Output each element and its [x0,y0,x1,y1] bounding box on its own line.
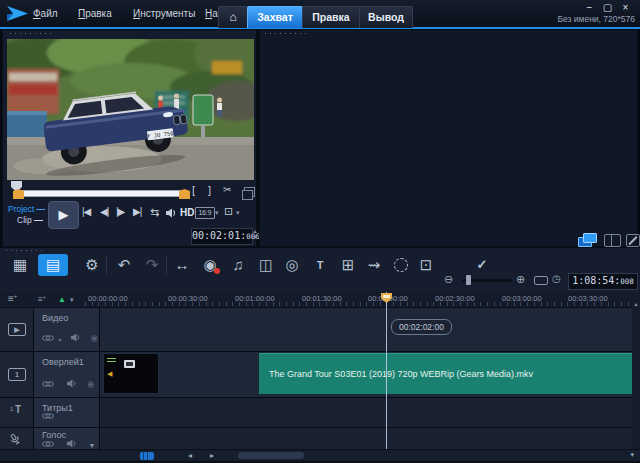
timeline-clip[interactable]: The Grand Tour S03E01 (2019) 720p WEBRip… [259,353,632,394]
play-button[interactable]: ▶ [48,201,79,229]
timeline-ruler[interactable]: 00:00:00:00 00:00:30:00 00:01:00:00 00:0… [85,292,632,308]
aspect-ratio-button[interactable]: 16:9 [195,207,215,219]
next-frame-button[interactable]: ▶| [133,206,141,217]
mark-in-button[interactable]: [ [192,184,195,196]
scroll-left-icon[interactable]: ◂ [188,451,192,460]
track-transparency-icon[interactable]: ※ [90,334,98,344]
player-timecode[interactable]: 00:02:01:006 [191,228,253,245]
previous-frame-button[interactable]: |◀ [82,206,90,217]
video-track-header[interactable]: Видео ▾ ※ [34,308,99,351]
close-button[interactable]: × [618,2,633,14]
customize-motion-icon[interactable] [394,258,408,272]
link-caret-icon[interactable]: ▾ [58,337,61,343]
tools-icon[interactable]: ⚙ [80,254,104,276]
edit-media-icon[interactable] [626,234,640,247]
record-capture-icon[interactable]: ◉ [198,254,222,276]
panel-drag-handle[interactable] [263,32,307,35]
hscroll-thumb[interactable] [238,452,304,459]
fit-timeline-icon[interactable] [534,276,548,285]
scroll-down-icon[interactable]: ▾ [630,451,634,459]
multicam-editor-icon[interactable]: ◫ [254,254,278,276]
audio-scrub-toggle-icon[interactable] [140,452,154,460]
zoom-out-icon[interactable]: ⊖ [444,273,453,286]
voice-track-button[interactable] [0,428,33,449]
volume-icon[interactable] [165,208,177,218]
mute-track-icon[interactable] [66,439,77,448]
video-track-content[interactable] [100,308,632,351]
preview-scrub-bar[interactable] [19,190,185,197]
undo-icon[interactable]: ↶ [112,254,136,276]
minimize-button[interactable]: − [582,2,597,14]
timeline-horizontal-scrollbar[interactable]: ◂ ▸ ▾ [0,449,640,461]
track-transparency-icon[interactable]: ※ [87,380,95,390]
ripple-edit-icon[interactable]: ✓ [470,254,494,276]
mute-track-icon[interactable] [70,333,81,342]
blend-overlay-icon[interactable]: ◎ [280,254,304,276]
clip-mode-label[interactable]: Clip [17,215,43,225]
timeline-view-icon[interactable]: ▤ [38,254,68,276]
mark-out-button[interactable]: ] [208,184,211,196]
overlay-track-content[interactable]: ◀ The Grand Tour S03E01 (2019) 720p WEBR… [100,352,632,397]
repeat-button[interactable]: ⇆ [150,206,159,219]
title-track-header[interactable]: Титры1 [34,398,99,427]
preview-panel: F JU 750 [ ] ✂ Project Clip ▶ |◀ ◀| |▶ ▶… [2,29,257,247]
grid-view-icon[interactable] [604,234,621,247]
timeline-playhead-line[interactable] [386,292,387,449]
project-mode-label[interactable]: Project [8,204,45,214]
tab-home[interactable]: ⌂ [218,6,248,28]
timeline-vertical-scrollbar[interactable]: ▴ [632,292,640,449]
zoom-slider-thumb[interactable] [466,275,471,285]
redo-icon[interactable]: ↷ [140,254,164,276]
menu-edit[interactable]: Правка [78,8,112,19]
duration-clock-icon[interactable]: ◷ [552,273,561,284]
clip-thumbnail[interactable]: ◀ [103,353,159,394]
motion-tracking-icon[interactable]: ⇝ [362,254,386,276]
panel-drag-handle[interactable] [8,32,52,35]
trim-start-handle[interactable] [13,189,24,199]
tab-edit-label: Правка [312,11,349,23]
link-icon[interactable] [42,334,54,342]
resize-caret-icon[interactable]: ▾ [236,209,240,217]
subtitle-editor-icon[interactable]: T [308,254,332,276]
enlarge-preview-button[interactable] [244,187,255,197]
title-track-button[interactable]: 1 T [0,398,33,427]
hd-toggle-button[interactable]: HD [180,207,194,218]
aspect-caret-icon[interactable]: ▾ [215,209,219,217]
tab-output[interactable]: Вывод [359,6,413,28]
step-forward-button[interactable]: |▶ [116,206,124,217]
add-track-icon[interactable]: ≡+ [38,294,46,304]
overlay-track-button[interactable]: 1 [0,352,33,397]
zoom-in-icon[interactable]: ⊕ [516,273,525,286]
split-screen-template-icon[interactable]: ⊞ [336,254,360,276]
resize-button[interactable]: ⊡ [224,205,233,218]
storyboard-view-icon[interactable]: ▦ [8,254,32,276]
overlay-track-header[interactable]: Оверлей1 ※ [34,352,99,397]
link-icon[interactable] [42,380,54,388]
mask-creator-icon[interactable]: ⊡ [414,254,438,276]
step-back-button[interactable]: ◀| [100,206,108,217]
voice-track-header[interactable]: Голос ▾ [34,428,99,449]
timecode-spinner[interactable]: ▴ ▾ [252,228,258,240]
maximize-button[interactable]: ▢ [600,2,615,14]
sound-mixer-icon[interactable]: ♫ [226,254,250,276]
link-icon[interactable] [42,440,54,448]
split-clip-button[interactable]: ✂ [223,184,231,195]
toolbar-drag-handle[interactable] [4,249,44,252]
menu-file[interactable]: Файл [33,8,58,19]
chroma-caret-icon[interactable]: ▾ [70,296,74,304]
project-duration-timecode[interactable]: 1:08:54:008 [568,273,638,290]
scroll-right-icon[interactable]: ▸ [210,451,214,460]
voice-track-content[interactable] [100,428,632,449]
trim-end-handle[interactable] [179,189,190,199]
tab-capture[interactable]: Захват [247,6,303,28]
tab-edit[interactable]: Правка [302,6,360,28]
video-track-button[interactable]: ▶ [0,308,33,351]
chroma-key-icon[interactable]: ▲ [58,295,66,304]
scroll-up-icon[interactable]: ▴ [634,301,637,307]
title-track-content[interactable] [100,398,632,427]
link-icon[interactable] [42,412,54,420]
menu-tools[interactable]: Инструменты [133,8,195,19]
mute-track-icon[interactable] [66,379,77,388]
fit-project-window-icon[interactable]: ↔ [170,254,194,276]
track-manager-icon[interactable]: ≡+ [8,293,17,304]
